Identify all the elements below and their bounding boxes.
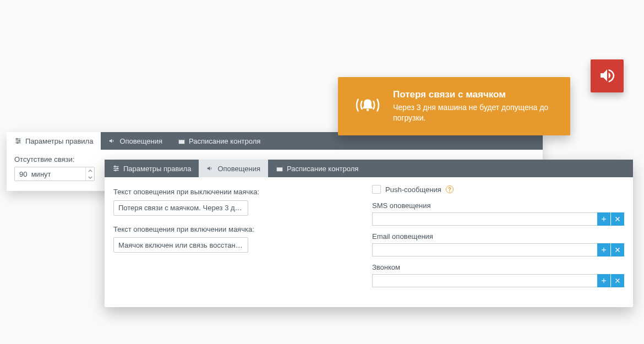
- svg-point-12: [117, 168, 118, 169]
- clear-button[interactable]: [611, 243, 624, 256]
- svg-point-3: [17, 138, 18, 139]
- help-icon[interactable]: ?: [446, 185, 454, 193]
- tab-notify[interactable]: Оповещения: [101, 132, 170, 150]
- calendar-icon: [178, 137, 185, 145]
- call-block: Звонком: [372, 263, 624, 287]
- tab-label: Параметры правила: [25, 137, 93, 145]
- sms-label: SMS оповещения: [372, 201, 624, 210]
- sms-input[interactable]: [372, 212, 597, 226]
- add-button[interactable]: [597, 243, 610, 256]
- sms-block: SMS оповещения: [372, 201, 624, 226]
- tabs-front: Параметры правила Оповещения Расписание …: [105, 160, 633, 177]
- tab-params[interactable]: Параметры правила: [105, 160, 199, 177]
- on-label: Текст оповещения при включении маячка:: [113, 225, 350, 234]
- stepper-up[interactable]: [86, 167, 94, 174]
- tab-schedule[interactable]: Расписание контроля: [268, 160, 366, 177]
- calendar-icon: [276, 165, 283, 172]
- email-block: Email оповещения: [372, 232, 624, 256]
- add-button[interactable]: [597, 274, 610, 287]
- megaphone-icon: [108, 137, 116, 145]
- off-text-input[interactable]: [113, 200, 248, 216]
- speaker-icon: [598, 67, 616, 86]
- svg-point-5: [17, 142, 18, 143]
- tab-label: Расписание контроля: [189, 137, 260, 145]
- sliders-icon: [112, 165, 120, 172]
- clear-button[interactable]: [611, 212, 624, 226]
- alert-bell-icon: [352, 90, 383, 122]
- push-row: Push-сообщения ?: [372, 185, 624, 194]
- call-input[interactable]: [372, 274, 597, 287]
- toast-message: Через 3 дня машина не будет допущена до …: [393, 102, 556, 123]
- tab-label: Расписание контроля: [287, 165, 358, 173]
- column-texts: Текст оповещения при выключении маячка: …: [113, 185, 350, 294]
- clear-button[interactable]: [611, 274, 624, 287]
- svg-point-28: [367, 109, 369, 111]
- tab-schedule[interactable]: Расписание контроля: [170, 132, 268, 150]
- toast-title: Потеря связи с маячком: [393, 89, 556, 100]
- sliders-icon: [14, 137, 22, 145]
- panel-notifications: Параметры правила Оповещения Расписание …: [105, 160, 633, 307]
- sound-badge[interactable]: [591, 59, 624, 92]
- off-label: Текст оповещения при выключении маячка:: [113, 187, 350, 197]
- absence-stepper[interactable]: [14, 167, 95, 181]
- toast-notification: Потеря связи с маячком Через 3 дня машин…: [338, 77, 570, 135]
- svg-rect-7: [179, 139, 185, 140]
- megaphone-icon: [206, 165, 214, 172]
- tab-label: Оповещения: [119, 137, 162, 145]
- svg-point-11: [114, 166, 116, 167]
- on-text-input[interactable]: [113, 237, 248, 253]
- push-label: Push-сообщения: [385, 185, 441, 194]
- stepper-down[interactable]: [86, 174, 94, 181]
- tab-params[interactable]: Параметры правила: [7, 132, 101, 150]
- stepper-buttons: [85, 167, 94, 181]
- panel-body: Текст оповещения при выключении маячка: …: [105, 177, 633, 307]
- tab-notify[interactable]: Оповещения: [199, 160, 268, 177]
- svg-point-4: [19, 140, 20, 141]
- toast-text: Потеря связи с маячком Через 3 дня машин…: [393, 89, 556, 123]
- add-button[interactable]: [597, 212, 610, 226]
- svg-rect-15: [277, 166, 283, 167]
- email-input[interactable]: [372, 243, 597, 256]
- email-label: Email оповещения: [372, 232, 624, 241]
- column-channels: Push-сообщения ? SMS оповещения Email оп…: [372, 185, 624, 294]
- svg-point-13: [115, 170, 116, 171]
- tab-label: Оповещения: [217, 165, 260, 173]
- absence-input[interactable]: [15, 167, 85, 181]
- push-checkbox[interactable]: [372, 185, 381, 194]
- call-label: Звонком: [372, 263, 624, 271]
- tab-label: Параметры правила: [123, 165, 191, 173]
